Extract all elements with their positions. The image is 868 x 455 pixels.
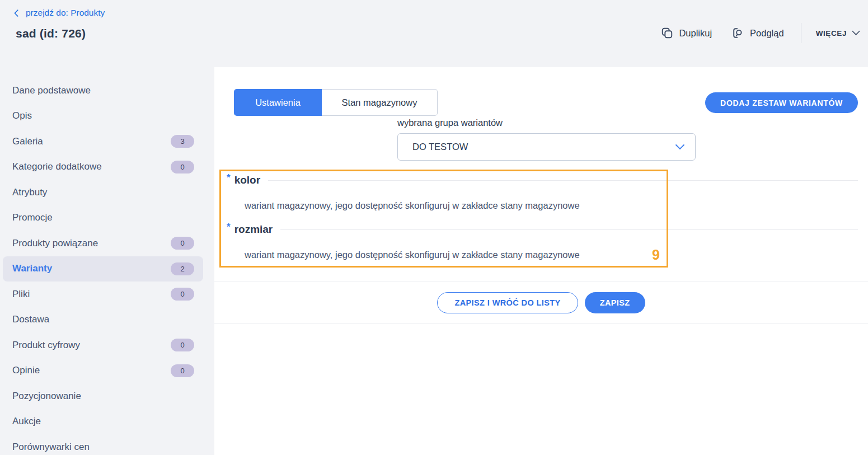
- count-badge: 0: [171, 161, 194, 173]
- sidebar-item-produkt-cyfrowy[interactable]: Produkt cyfrowy0: [0, 332, 214, 358]
- chevron-down-icon: [852, 30, 860, 36]
- sidebar-item-dane-podstawowe[interactable]: Dane podstawowe: [0, 78, 214, 104]
- sidebar-item-promocje[interactable]: Promocje: [0, 205, 214, 231]
- duplicate-label: Duplikuj: [679, 28, 712, 39]
- sidebar-item-atrybuty[interactable]: Atrybuty: [0, 180, 214, 205]
- save-button[interactable]: ZAPISZ: [585, 292, 645, 313]
- sidebar-item-warianty[interactable]: Warianty2: [3, 256, 203, 282]
- count-badge: 0: [171, 237, 194, 250]
- sidebar-item-porownywarki-cen[interactable]: Porównywarki cen: [0, 434, 214, 455]
- sidebar-menu: Dane podstawowe Opis Galeria3 Kategorie …: [0, 67, 214, 455]
- variant-name: rozmiar: [234, 223, 273, 236]
- tab-stan-magazynowy[interactable]: Stan magazynowy: [322, 89, 438, 116]
- preview-label: Podgląd: [750, 28, 784, 39]
- tab-ustawienia[interactable]: Ustawienia: [234, 89, 322, 116]
- divider: [280, 229, 858, 230]
- count-badge: 0: [171, 339, 194, 351]
- variant-name: kolor: [234, 174, 260, 186]
- main-content: Ustawienia Stan magazynowy DODAJ ZESTAW …: [214, 67, 868, 455]
- count-badge: 0: [171, 288, 194, 301]
- sidebar-item-pliki[interactable]: Pliki0: [0, 282, 214, 307]
- preview-button[interactable]: Podgląd: [732, 27, 784, 39]
- sidebar-item-kategorie-dodatkowe[interactable]: Kategorie dodatkowe0: [0, 154, 214, 180]
- actions-divider: [801, 23, 801, 43]
- footer-actions: ZAPISZ I WRÓĆ DO LISTY ZAPISZ: [214, 282, 868, 324]
- required-mark: *: [227, 222, 231, 233]
- duplicate-icon: [661, 27, 673, 39]
- duplicate-button[interactable]: Duplikuj: [661, 27, 712, 39]
- variant-group-label: wybrana grupa wariantów: [397, 118, 503, 128]
- chevron-down-icon: [675, 144, 685, 150]
- more-button[interactable]: WIĘCEJ: [816, 29, 860, 37]
- page-title: sad (id: 726): [16, 27, 86, 40]
- back-chevron-icon: [12, 9, 21, 17]
- variant-row-rozmiar: * rozmiar: [227, 222, 858, 237]
- variant-description: wariant magazynowy, jego dostępność skon…: [245, 250, 580, 260]
- variant-group-select[interactable]: DO TESTOW: [397, 133, 696, 161]
- count-badge: 2: [171, 262, 194, 275]
- preview-icon: [732, 27, 744, 39]
- page-header: przejdź do: Produkty sad (id: 726) Dupli…: [0, 0, 868, 67]
- sidebar-item-opis[interactable]: Opis: [0, 104, 214, 129]
- breadcrumb-back-link[interactable]: przejdź do: Produkty: [12, 8, 105, 18]
- count-badge: 3: [171, 135, 194, 148]
- select-value: DO TESTOW: [412, 142, 675, 152]
- sidebar-item-galeria[interactable]: Galeria3: [0, 129, 214, 154]
- sidebar-item-dostawa[interactable]: Dostawa: [0, 307, 214, 333]
- sidebar: Dane podstawowe Opis Galeria3 Kategorie …: [0, 67, 214, 455]
- sidebar-item-aukcje[interactable]: Aukcje: [0, 409, 214, 435]
- sidebar-item-produkty-powiazane[interactable]: Produkty powiązane0: [0, 231, 214, 256]
- more-label: WIĘCEJ: [816, 29, 847, 37]
- required-mark: *: [227, 172, 231, 184]
- divider: [268, 180, 858, 181]
- add-variant-set-button[interactable]: DODAJ ZESTAW WARIANTÓW: [705, 92, 858, 113]
- sidebar-item-opinie[interactable]: Opinie0: [0, 358, 214, 384]
- breadcrumb-label: przejdź do: Produkty: [26, 8, 105, 18]
- variant-tabs: Ustawienia Stan magazynowy: [234, 89, 438, 116]
- save-and-back-button[interactable]: ZAPISZ I WRÓĆ DO LISTY: [437, 292, 578, 313]
- annotation-number: 9: [652, 247, 660, 263]
- sidebar-item-pozycjonowanie[interactable]: Pozycjonowanie: [0, 383, 214, 409]
- header-actions: Duplikuj Podgląd WIĘCEJ: [661, 22, 860, 44]
- variant-description: wariant magazynowy, jego dostępność skon…: [245, 200, 580, 211]
- count-badge: 0: [171, 364, 194, 377]
- variant-row-kolor: * kolor: [227, 172, 858, 188]
